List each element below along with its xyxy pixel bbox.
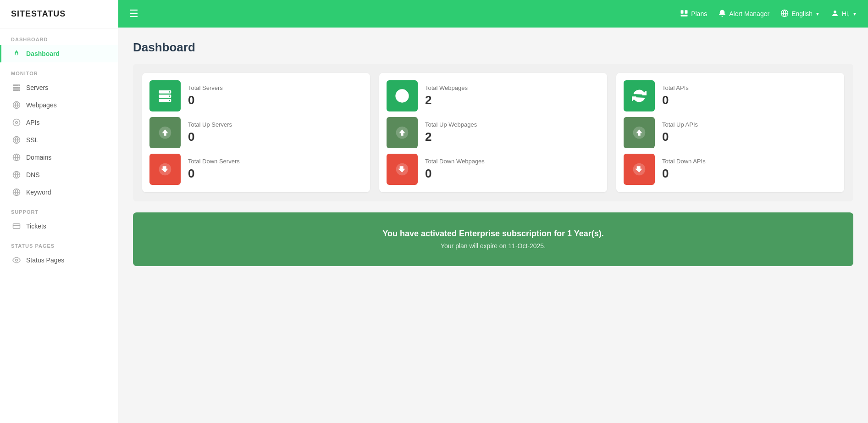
- arrow-down-webpages-icon: [395, 162, 409, 177]
- svg-point-5: [19, 90, 20, 91]
- total-apis-info: Total APIs 0: [662, 84, 689, 107]
- total-webpages-value: 2: [425, 93, 468, 107]
- sidebar-item-keyword[interactable]: Keyword: [0, 184, 118, 201]
- language-dropdown-arrow: ▼: [815, 11, 820, 17]
- total-down-servers-row: Total Down Servers 0: [149, 154, 363, 185]
- globe-icon-ssl: [12, 136, 21, 144]
- globe-icon-dns: [12, 171, 21, 179]
- svg-rect-15: [681, 10, 684, 14]
- total-up-servers-value: 0: [188, 130, 232, 144]
- total-up-apis-value: 0: [662, 130, 698, 144]
- fire-icon: [12, 50, 21, 58]
- svg-point-3: [19, 85, 20, 86]
- arrow-down-apis-icon: [632, 162, 647, 177]
- topnav: ☰ Plans Alert Manager English ▼: [118, 0, 868, 28]
- sidebar-item-status-pages[interactable]: Status Pages: [0, 251, 118, 269]
- plans-nav-item[interactable]: Plans: [680, 9, 707, 19]
- sidebar-item-keyword-label: Keyword: [26, 189, 51, 196]
- total-up-servers-row: Total Up Servers 0: [149, 117, 363, 148]
- language-label: English: [791, 10, 813, 17]
- svg-rect-13: [13, 224, 20, 229]
- total-down-apis-icon-box: [624, 154, 655, 185]
- sidebar-item-domains[interactable]: Domains: [0, 149, 118, 166]
- globe-icon-keyword: [12, 188, 21, 196]
- main-content: ☰ Plans Alert Manager English ▼: [118, 0, 868, 423]
- total-up-apis-label: Total Up APIs: [662, 121, 698, 128]
- total-down-webpages-value: 0: [425, 167, 485, 181]
- total-down-apis-label: Total Down APIs: [662, 158, 706, 165]
- user-nav-item[interactable]: Hi, ▼: [831, 9, 857, 19]
- sidebar-item-ssl[interactable]: SSL: [0, 131, 118, 149]
- total-servers-info: Total Servers 0: [188, 84, 223, 107]
- arrow-up-servers-icon: [158, 125, 172, 140]
- apis-column: Total APIs 0 Total Up APIs 0: [616, 73, 844, 192]
- total-up-webpages-value: 2: [425, 130, 477, 144]
- globe-icon-webpages: [12, 101, 21, 109]
- total-apis-icon-box: [624, 80, 655, 111]
- total-webpages-icon-box: [387, 80, 418, 111]
- servers-column: Total Servers 0 Total Up Servers 0: [142, 73, 370, 192]
- alert-manager-nav-item[interactable]: Alert Manager: [718, 9, 769, 19]
- total-up-servers-icon-box: [149, 117, 181, 148]
- subscription-main-text: You have activated Enterprise subscripti…: [144, 229, 842, 239]
- stats-grid: Total Servers 0 Total Up Servers 0: [133, 64, 853, 201]
- sidebar-item-tickets[interactable]: Tickets: [0, 217, 118, 235]
- content-area: Dashboard: [118, 28, 868, 423]
- webpages-column: Total Webpages 2 Total Up Webpages 2: [379, 73, 607, 192]
- total-up-webpages-info: Total Up Webpages 2: [425, 121, 477, 144]
- total-webpages-row: Total Webpages 2: [387, 80, 600, 111]
- language-nav-item[interactable]: English ▼: [780, 9, 820, 19]
- total-down-apis-value: 0: [662, 167, 706, 181]
- total-down-apis-row: Total Down APIs 0: [624, 154, 837, 185]
- hamburger-button[interactable]: ☰: [129, 8, 138, 20]
- total-down-servers-label: Total Down Servers: [188, 158, 240, 165]
- total-webpages-info: Total Webpages 2: [425, 84, 468, 107]
- total-up-webpages-icon-box: [387, 117, 418, 148]
- total-webpages-label: Total Webpages: [425, 84, 468, 91]
- total-down-webpages-label: Total Down Webpages: [425, 158, 485, 165]
- total-servers-value: 0: [188, 93, 223, 107]
- plans-icon: [680, 9, 688, 19]
- topnav-left: ☰: [129, 8, 138, 20]
- svg-rect-17: [681, 15, 688, 17]
- sidebar-section-status-pages: STATUS PAGES: [0, 235, 118, 251]
- total-up-webpages-row: Total Up Webpages 2: [387, 117, 600, 148]
- sidebar-item-servers[interactable]: Servers: [0, 79, 118, 96]
- subscription-sub-text: Your plan will expire on 11-Oct-2025.: [144, 242, 842, 250]
- total-servers-row: Total Servers 0: [149, 80, 363, 111]
- alert-manager-label: Alert Manager: [729, 10, 769, 17]
- total-down-servers-value: 0: [188, 167, 240, 181]
- server-icon: [12, 83, 21, 92]
- total-down-servers-icon-box: [149, 154, 181, 185]
- circle-icon-apis: [12, 118, 21, 127]
- user-dropdown-arrow: ▼: [852, 11, 857, 17]
- sidebar-item-webpages[interactable]: Webpages: [0, 96, 118, 114]
- sidebar-section-dashboard: DASHBOARD: [0, 28, 118, 45]
- sidebar-item-tickets-label: Tickets: [26, 223, 46, 230]
- total-down-webpages-icon-box: [387, 154, 418, 185]
- svg-point-25: [169, 100, 170, 101]
- bell-icon: [718, 9, 726, 19]
- subscription-banner: You have activated Enterprise subscripti…: [133, 212, 853, 266]
- sidebar-item-apis[interactable]: APIs: [0, 114, 118, 131]
- sidebar-item-dashboard[interactable]: Dashboard: [0, 45, 118, 62]
- total-apis-value: 0: [662, 93, 689, 107]
- sidebar-section-monitor: MONITOR: [0, 62, 118, 79]
- total-apis-row: Total APIs 0: [624, 80, 837, 111]
- sidebar-item-webpages-label: Webpages: [26, 101, 57, 109]
- total-up-apis-info: Total Up APIs 0: [662, 121, 698, 144]
- page-title: Dashboard: [133, 40, 853, 55]
- sidebar-item-apis-label: APIs: [26, 119, 40, 126]
- sidebar-item-ssl-label: SSL: [26, 136, 38, 144]
- total-up-webpages-label: Total Up Webpages: [425, 121, 477, 128]
- total-servers-label: Total Servers: [188, 84, 223, 91]
- globe-icon-lang: [780, 9, 789, 19]
- sidebar-item-dns[interactable]: DNS: [0, 166, 118, 184]
- total-down-webpages-row: Total Down Webpages 0: [387, 154, 600, 185]
- svg-point-19: [834, 11, 836, 13]
- sidebar-item-dns-label: DNS: [26, 171, 40, 178]
- total-up-servers-info: Total Up Servers 0: [188, 121, 232, 144]
- sidebar: SITESTATUS DASHBOARD Dashboard MONITOR S…: [0, 0, 118, 423]
- svg-point-24: [169, 95, 170, 97]
- user-icon: [831, 9, 839, 19]
